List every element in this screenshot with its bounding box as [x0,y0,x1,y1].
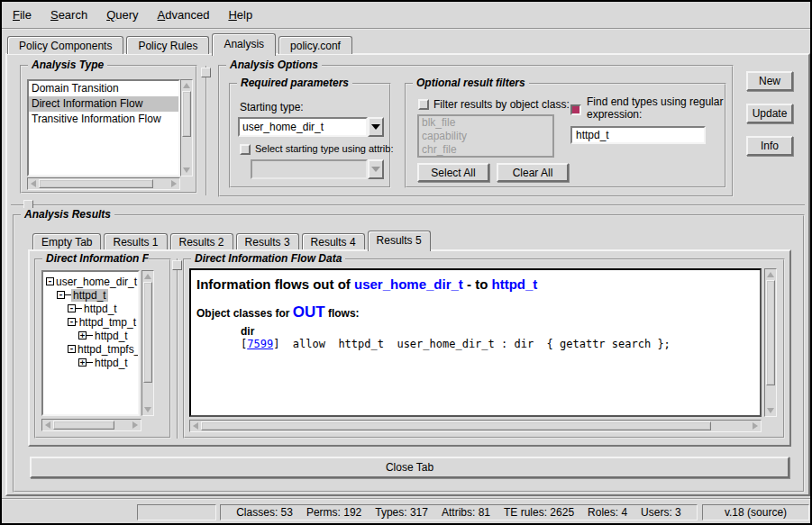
tab-empty[interactable]: Empty Tab [32,233,101,249]
menu-file[interactable]: File [13,8,32,22]
options-pane-sash[interactable] [205,66,207,195]
analysis-type-item[interactable]: Transitive Information Flow [29,112,178,127]
analysis-type-frame: Analysis Type Domain Transition Direct I… [20,65,197,194]
button-label: Select All [431,167,475,179]
analysis-type-item[interactable]: Domain Transition [29,81,178,96]
tab-label: Policy Rules [138,40,197,52]
scroll-up-icon[interactable] [142,271,153,282]
analysis-type-hscrollbar[interactable] [27,177,180,190]
tab-results-5[interactable]: Results 5 [368,231,431,251]
scroll-up-icon[interactable] [765,269,776,280]
scroll-down-icon[interactable] [765,405,776,416]
data-hscrollbar[interactable] [189,420,762,432]
collapse-icon[interactable]: - [57,291,65,299]
scroll-down-icon[interactable] [181,165,192,176]
flow-tree-title: Direct Information Flow T [42,252,149,265]
results-pane-sash[interactable] [11,204,805,206]
object-class-checkbox-label[interactable]: Filter results by object class: [433,98,570,111]
app-window: File Search Query Advanced Help Policy C… [0,0,812,525]
tree-node: -httpd_tmpfs_ [43,342,138,356]
scroll-right-icon[interactable] [750,421,761,431]
tab-analysis[interactable]: Analysis [212,33,276,56]
menu-search[interactable]: Search [50,8,87,22]
update-button[interactable]: Update [746,104,793,123]
tab-label: Results 1 [113,236,158,249]
expand-icon[interactable]: + [78,331,87,339]
analysis-type-vscrollbar[interactable] [180,79,193,177]
tab-results-2[interactable]: Results 2 [170,233,233,249]
new-button[interactable]: New [746,71,793,91]
attrib-checkbox[interactable] [240,144,251,155]
tab-results-3[interactable]: Results 3 [236,233,299,249]
attrib-checkbox-label[interactable]: Select starting type using attrib: [255,143,393,154]
tab-label: Results 2 [179,236,224,249]
menu-advanced[interactable]: Advanced [158,8,210,22]
object-class-item: capability [419,130,552,143]
object-class-checkbox[interactable] [418,99,429,110]
tab-policy-rules[interactable]: Policy Rules [126,36,209,54]
object-class-listbox: blk_file capability chr_file [417,114,554,158]
tree-node-label[interactable]: httpd_tmp_t [78,316,138,329]
rule-number-link[interactable]: 7599 [247,338,273,350]
expand-icon[interactable]: + [78,358,87,367]
scroll-left-icon[interactable] [42,420,53,430]
button-label: Update [753,107,788,120]
stat-users: Users: 3 [641,506,681,519]
rule-text: ] allow httpd_t user_home_dir_t : dir { … [273,338,671,350]
tab-policy-components[interactable]: Policy Components [7,36,123,54]
flow-data-text[interactable]: Information flows out of user_home_dir_t… [189,268,762,417]
analysis-results-title: Analysis Results [21,208,114,221]
clear-all-button[interactable]: Clear All [497,163,569,182]
main-tab-bar: Policy Components Policy Rules Analysis … [7,32,355,54]
tree-vscrollbar[interactable] [141,270,154,416]
tab-label: Results 3 [245,236,290,249]
combobox-dropdown-icon[interactable] [368,117,384,137]
scroll-right-icon[interactable] [130,420,141,430]
close-tab-button[interactable]: Close Tab [30,457,789,478]
collapse-icon[interactable]: - [68,345,76,353]
tree-hscrollbar[interactable] [41,419,141,431]
scroll-left-icon[interactable] [28,178,39,189]
collapse-icon[interactable]: - [68,318,76,326]
status-message-box [137,504,216,520]
tree-node: +httpd_t [43,356,138,369]
scroll-up-icon[interactable] [181,80,192,91]
tab-policy-conf[interactable]: policy.conf [278,36,352,54]
tab-label: Empty Tab [41,236,92,249]
info-button[interactable]: Info [746,136,793,156]
tree-node-label[interactable]: httpd_t [93,357,130,369]
menu-help[interactable]: Help [228,8,252,22]
select-all-button[interactable]: Select All [417,163,489,182]
tab-results-1[interactable]: Results 1 [104,233,167,249]
options-sash-handle[interactable] [201,68,211,77]
collapse-icon[interactable]: - [46,277,54,285]
collapse-icon[interactable]: - [68,304,76,312]
tree-node-label-selected[interactable]: httpd_t [71,289,108,302]
tree-node-label[interactable]: httpd_t [82,303,119,315]
regex-checkbox[interactable] [570,104,581,115]
tab-label: Analysis [224,38,264,50]
scroll-left-icon[interactable] [190,421,201,431]
stat-attribs: Attribs: 81 [442,506,490,519]
tree-node-label[interactable]: user_home_dir_t [54,276,139,288]
tree-data-sash-handle[interactable] [172,260,182,270]
tree-node-label[interactable]: httpd_tmpfs_ [76,343,140,356]
analysis-type-item-selected[interactable]: Direct Information Flow [29,96,178,112]
tree-node-label[interactable]: httpd_t [93,330,130,342]
scroll-right-icon[interactable] [169,178,179,189]
regex-checkbox-label[interactable]: Find end types using regular [587,95,723,108]
scroll-down-icon[interactable] [142,404,153,415]
regex-checkbox-label[interactable]: expression: [587,108,642,121]
starting-type-value[interactable] [238,117,368,137]
tab-results-4[interactable]: Results 4 [302,233,365,249]
tree-node: -user_home_dir_t [43,275,138,288]
menu-query[interactable]: Query [106,8,138,22]
starting-type-combobox[interactable] [238,117,384,137]
flow-target-type: httpd_t [492,276,538,292]
tree-data-sash[interactable] [177,258,178,439]
data-vscrollbar[interactable] [764,268,777,417]
flow-source-type: user_home_dir_t [354,276,463,292]
status-bar: Classes: 53 Perms: 192 Types: 317 Attrib… [2,498,810,523]
policy-version-box: v.18 (source) [702,504,809,520]
regex-input[interactable] [570,126,706,144]
